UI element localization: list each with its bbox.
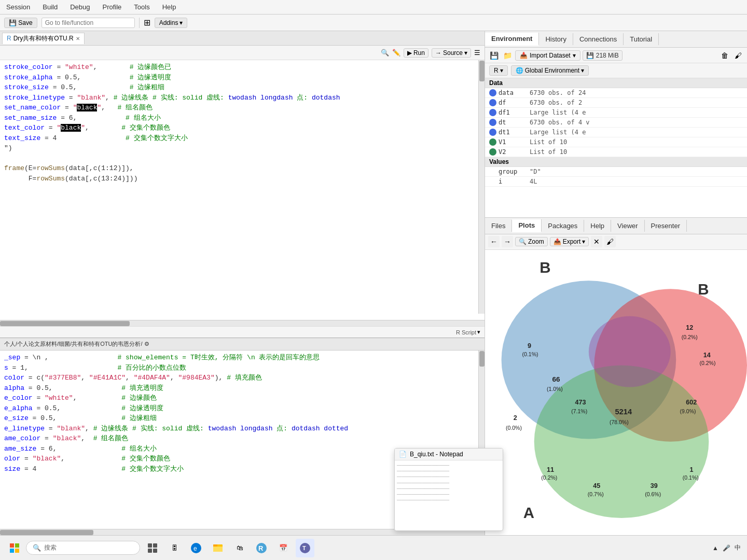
tab-history[interactable]: History — [539, 33, 573, 45]
save-env-button[interactable]: 💾 — [488, 50, 500, 61]
taskbar-search-box[interactable]: 🔍 搜索 — [26, 541, 140, 555]
env-row-i[interactable]: i 4L — [485, 177, 747, 187]
env-row-v2[interactable]: V2 List of 10 — [485, 147, 747, 157]
search-icon-taskbar: 🔍 — [33, 544, 41, 552]
v-scroll-thumb[interactable] — [479, 61, 485, 81]
env-row-group[interactable]: group "D" — [485, 167, 747, 177]
task-view-button[interactable] — [143, 539, 162, 557]
zoom-icon: 🔍 — [519, 238, 527, 245]
tray-ime-label[interactable]: 中 — [735, 543, 741, 552]
menu-bar: Session Build Debug Profile Tools Help — [0, 0, 747, 15]
run-button[interactable]: ▶ Run — [404, 48, 428, 58]
system-tray: ▲ 🎤 中 — [712, 543, 741, 552]
widgets-button[interactable]: 🎛 — [165, 539, 184, 557]
grid-icon: ⊞ — [144, 18, 150, 27]
teams-button[interactable]: T — [296, 539, 314, 557]
tab-files[interactable]: Files — [485, 220, 512, 232]
source-icon: → — [435, 49, 441, 57]
brush-env-button[interactable]: 🖌 — [732, 50, 744, 61]
env-row-v1[interactable]: V1 List of 10 — [485, 137, 747, 147]
menu-debug[interactable]: Debug — [68, 2, 92, 12]
addins-dropdown[interactable]: Addins ▾ — [155, 18, 188, 28]
tab-packages[interactable]: Packages — [542, 220, 584, 232]
clear-env-button[interactable]: 🗑 — [719, 50, 730, 61]
env-row-data[interactable]: data 6730 obs. of 24 — [485, 88, 747, 98]
global-env-dropdown[interactable]: 🌐 Global Environment ▾ — [511, 65, 589, 76]
tab-tutorial[interactable]: Tutorial — [624, 33, 659, 45]
top-editor-content[interactable]: stroke_color = "white", # 边缘颜色已 stroke_a… — [0, 60, 485, 320]
rstudio-button[interactable]: R — [252, 539, 271, 557]
tab-close-icon[interactable]: ✕ — [76, 36, 80, 41]
env-panel: Environment History Connections Tutorial… — [485, 31, 747, 218]
zoom-button[interactable]: 🔍 Zoom — [515, 237, 548, 246]
menu-tools[interactable]: Tools — [132, 2, 151, 12]
tab-viewer[interactable]: Viewer — [611, 220, 645, 232]
venn-val-9: 9 — [528, 342, 531, 349]
env-content: Data data 6730 obs. of 24 df 6730 obs. o… — [485, 78, 747, 217]
svg-text:e: e — [193, 545, 197, 552]
svg-rect-4 — [148, 543, 152, 548]
goto-input[interactable] — [42, 18, 135, 28]
env-row-df1[interactable]: df1 Large list (4 e — [485, 108, 747, 118]
windows-logo — [9, 543, 20, 553]
script-chevron-icon[interactable]: ▾ — [477, 329, 480, 335]
start-button[interactable] — [6, 540, 23, 556]
svg-rect-6 — [148, 549, 152, 553]
top-editor-tab[interactable]: R Dry共有和特有OTU.R ✕ — [2, 33, 85, 44]
load-env-button[interactable]: 📁 — [502, 50, 513, 61]
delete-plot-button[interactable]: ✕ — [591, 236, 602, 247]
tab-connections[interactable]: Connections — [573, 33, 624, 45]
memory-icon: 💾 — [586, 52, 594, 59]
export-button[interactable]: 📤 Export ▾ — [550, 237, 589, 246]
forward-button[interactable]: → — [502, 236, 513, 247]
svg-rect-12 — [213, 544, 217, 547]
menu-profile[interactable]: Profile — [100, 2, 123, 12]
top-editor-tab-bar: R Dry共有和特有OTU.R ✕ — [0, 31, 485, 46]
env-row-dt[interactable]: dt 6730 obs. of 4 v — [485, 118, 747, 128]
venn-diagram: B B A 9 (0.1%) — [485, 250, 747, 535]
h-scroll-thumb-bottom[interactable] — [0, 530, 93, 535]
dt-icon — [489, 119, 496, 126]
export-icon: 📤 — [554, 238, 561, 245]
store-button[interactable]: 🛍 — [230, 539, 249, 557]
venn-val-5214: 5214 — [615, 408, 632, 416]
menu-session[interactable]: Session — [4, 2, 32, 12]
tray-arrow-up[interactable]: ▲ — [712, 544, 718, 552]
venn-val-11: 11 — [547, 466, 554, 473]
back-button[interactable]: ← — [488, 236, 500, 247]
brush-plot-button[interactable]: 🖌 — [604, 236, 616, 247]
values-section-header: Values — [485, 157, 747, 167]
tab-presenter[interactable]: Presenter — [645, 220, 687, 232]
menu-icon[interactable]: ☰ — [474, 49, 480, 57]
plots-panel: Files Plots Packages Help Viewer Present… — [485, 218, 747, 535]
h-scrollbar-top[interactable] — [0, 320, 485, 326]
source-button[interactable]: → Source ▾ — [432, 48, 471, 58]
menu-help[interactable]: Help — [160, 2, 178, 12]
import-dataset-button[interactable]: 📥 Import Dataset ▾ — [515, 50, 580, 61]
env-tab-bar: Environment History Connections Tutorial — [485, 31, 747, 48]
calendar-button[interactable]: 📅 — [274, 539, 293, 557]
venn-pct-small: (0.1%) — [683, 474, 699, 481]
r-console-dropdown[interactable]: R ▾ — [489, 65, 508, 76]
save-button[interactable]: 💾 Save — [4, 18, 37, 28]
explorer-button[interactable] — [209, 539, 227, 557]
menu-build[interactable]: Build — [40, 2, 60, 12]
env-row-dt1[interactable]: dt1 Large list (4 e — [485, 128, 747, 137]
notepad-title: B_qiu.txt - Notepad — [410, 451, 463, 458]
path-icon[interactable]: ⚙ — [144, 341, 149, 347]
toolbar: 💾 Save ⊞ Addins ▾ — [0, 15, 747, 31]
tray-mic-icon: 🎤 — [723, 544, 730, 552]
export-chevron-icon: ▾ — [582, 238, 585, 245]
search-icon[interactable]: 🔍 — [381, 49, 389, 57]
v-scroll-thumb-bottom[interactable] — [479, 351, 485, 367]
tab-environment[interactable]: Environment — [485, 33, 539, 46]
svg-rect-1 — [15, 543, 19, 548]
r-chevron-icon: ▾ — [500, 67, 503, 74]
tab-help[interactable]: Help — [584, 220, 611, 232]
browser-button[interactable]: e — [187, 539, 205, 557]
env-row-df[interactable]: df 6730 obs. of 2 — [485, 98, 747, 108]
vertical-scrollbar[interactable] — [478, 60, 485, 314]
tab-plots[interactable]: Plots — [512, 219, 542, 232]
h-scroll-thumb-top[interactable] — [0, 321, 130, 326]
edit-icon[interactable]: ✏️ — [392, 49, 400, 57]
